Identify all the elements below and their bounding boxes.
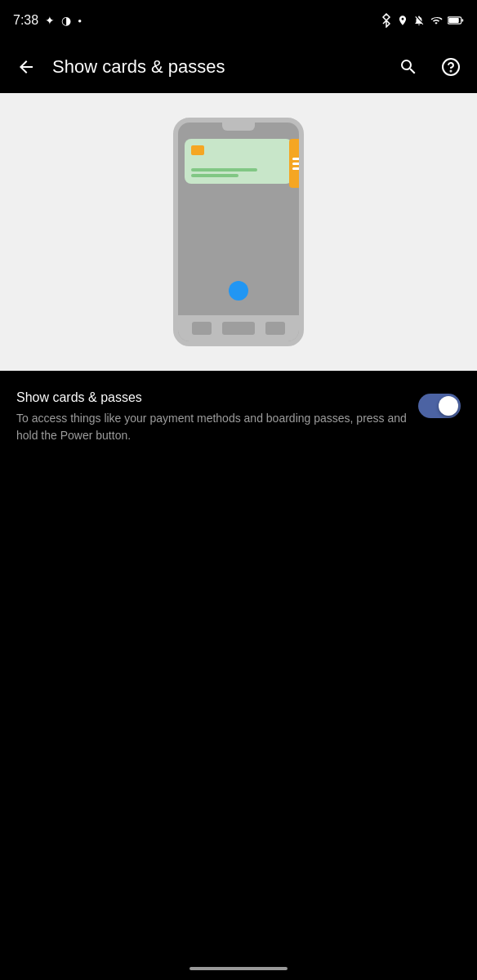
settings-content: Show cards & passes To access things lik…: [0, 371, 477, 464]
svg-point-4: [451, 71, 452, 72]
wifi-icon: [430, 15, 443, 26]
search-button[interactable]: [389, 47, 428, 87]
phone-nav-bar: [178, 315, 299, 341]
card-line-2: [191, 174, 238, 177]
battery-icon: [448, 15, 464, 26]
notifications-off-icon: [413, 13, 425, 28]
status-bar: 7:38 ✦ ◑ ●: [0, 0, 477, 41]
setting-text: Show cards & passes To access things lik…: [16, 390, 408, 444]
pocket-icon: ◑: [61, 14, 71, 27]
back-button[interactable]: [7, 47, 46, 87]
phone-nav-item-1: [192, 322, 212, 335]
phone-nav-item-2: [222, 322, 255, 335]
card-chip-icon: [191, 145, 204, 155]
search-icon: [399, 57, 418, 77]
phone-card-illustration: [185, 139, 292, 184]
setting-description: To access things like your payment metho…: [16, 410, 408, 444]
status-right: [381, 13, 464, 28]
bluetooth-icon: [381, 13, 392, 28]
pass-line-3: [292, 167, 302, 170]
pass-line-2: [292, 163, 302, 165]
toolbar-actions: [389, 47, 470, 87]
card-lines: [191, 168, 286, 177]
toggle-container: [418, 394, 461, 418]
help-icon: [441, 57, 461, 77]
location-icon: [397, 13, 408, 28]
phone-nav-item-3: [265, 322, 285, 335]
setting-title: Show cards & passes: [16, 390, 408, 405]
toolbar: Show cards & passes: [0, 41, 477, 93]
slack-icon: ✦: [45, 14, 55, 27]
illustration-area: [0, 93, 477, 371]
status-time: 7:38: [13, 13, 38, 28]
back-arrow-icon: [16, 57, 36, 77]
svg-rect-1: [448, 18, 459, 23]
card-line-1: [191, 168, 257, 172]
pass-line-1: [292, 158, 302, 160]
phone-dot: [229, 281, 248, 301]
phone-illustration: [173, 118, 304, 346]
toggle-thumb: [439, 396, 458, 416]
status-left: 7:38 ✦ ◑ ●: [13, 13, 82, 28]
dot-indicator: ●: [78, 17, 82, 24]
phone-pass-stub: [289, 139, 304, 188]
phone-side-button-left: [173, 163, 175, 181]
phone-side-button-right: [302, 159, 304, 184]
phone-notch: [222, 122, 255, 131]
setting-item-show-cards: Show cards & passes To access things lik…: [16, 390, 461, 444]
home-indicator: [189, 967, 288, 970]
phone-screen: [178, 122, 299, 341]
show-cards-toggle[interactable]: [418, 394, 461, 418]
page-title: Show cards & passes: [52, 56, 382, 78]
help-button[interactable]: [431, 47, 470, 87]
svg-rect-2: [462, 19, 464, 21]
